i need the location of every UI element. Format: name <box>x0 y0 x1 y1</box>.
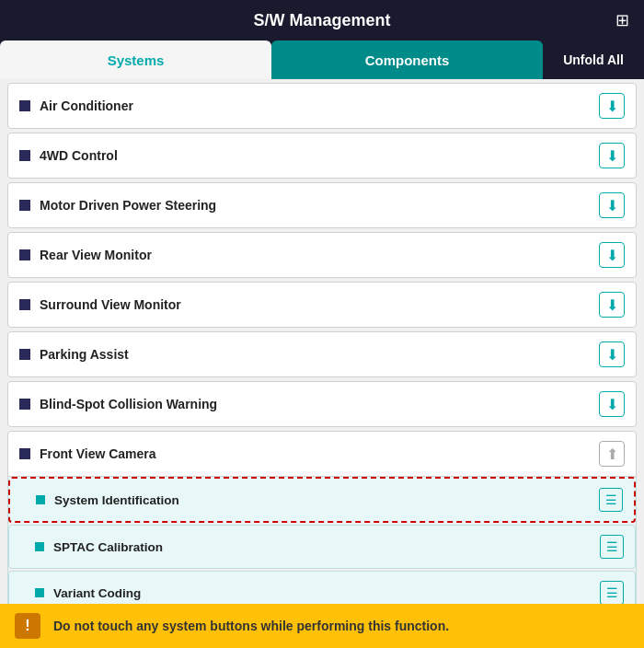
item-icon <box>19 249 30 260</box>
item-label: Motor Driven Power Steering <box>40 198 599 213</box>
item-label: Rear View Monitor <box>40 248 599 262</box>
sub-item-action-list[interactable]: ☰ <box>599 488 623 512</box>
sub-item-label: System Identification <box>54 493 599 507</box>
list-item-4wd-control[interactable]: 4WD Control⬇ <box>7 133 637 179</box>
item-action-download[interactable]: ⬇ <box>599 242 625 268</box>
group-front-view-camera: Front View Camera⬆System Identification☰… <box>7 431 637 604</box>
sub-item-variant-coding[interactable]: Variant Coding☰ <box>8 571 636 604</box>
item-label: Front View Camera <box>40 446 599 461</box>
sub-item-action-list[interactable]: ☰ <box>600 581 624 604</box>
footer: ! Do not touch any system buttons while … <box>0 604 644 648</box>
item-action-download[interactable]: ⬇ <box>599 292 625 318</box>
item-icon <box>19 200 30 211</box>
sub-item-icon <box>35 542 44 551</box>
content-area: Air Conditioner⬇4WD Control⬇Motor Driven… <box>0 79 644 604</box>
item-icon <box>19 399 30 410</box>
sub-item-icon <box>36 495 45 504</box>
sub-item-label: SPTAC Calibration <box>53 540 600 554</box>
item-action-download[interactable]: ⬇ <box>599 192 625 218</box>
sub-item-action-list[interactable]: ☰ <box>600 535 624 559</box>
item-icon <box>19 150 30 161</box>
item-icon <box>19 299 30 310</box>
unfold-all-button[interactable]: Unfold All <box>543 40 644 79</box>
item-label: 4WD Control <box>40 148 599 163</box>
sub-item-sptac-calibration[interactable]: SPTAC Calibration☰ <box>8 525 636 569</box>
item-label: Surround View Monitor <box>40 297 599 312</box>
list-item-blind-spot-collision-warning[interactable]: Blind-Spot Collision Warning⬇ <box>7 381 637 427</box>
item-icon <box>19 349 30 360</box>
list-item-surround-view-monitor[interactable]: Surround View Monitor⬇ <box>7 282 637 328</box>
grid-icon[interactable]: ⊞ <box>615 10 629 30</box>
item-action-download[interactable]: ⬇ <box>599 93 625 119</box>
list-item-motor-driven-power-steering[interactable]: Motor Driven Power Steering⬇ <box>7 182 637 228</box>
sub-items-container: System Identification☰SPTAC Calibration☰… <box>7 477 637 604</box>
sub-item-label: Variant Coding <box>53 586 600 600</box>
item-icon <box>19 100 30 111</box>
sub-item-system-identification[interactable]: System Identification☰ <box>8 477 636 523</box>
warning-icon: ! <box>15 613 40 639</box>
tab-bar: Systems Components Unfold All <box>0 40 644 79</box>
footer-text: Do not touch any system buttons while pe… <box>53 619 449 633</box>
item-label: Air Conditioner <box>40 98 599 113</box>
tab-systems[interactable]: Systems <box>0 40 271 79</box>
item-action-upload[interactable]: ⬆ <box>599 441 625 467</box>
item-action-download[interactable]: ⬇ <box>599 341 625 367</box>
item-icon <box>19 448 30 459</box>
header-title: S/W Management <box>253 11 390 30</box>
item-label: Parking Assist <box>40 347 599 362</box>
item-action-download[interactable]: ⬇ <box>599 143 625 168</box>
tab-components[interactable]: Components <box>271 40 543 79</box>
list-item-rear-view-monitor[interactable]: Rear View Monitor⬇ <box>7 232 637 278</box>
item-label: Blind-Spot Collision Warning <box>40 397 599 411</box>
sub-item-icon <box>35 588 44 597</box>
item-action-download[interactable]: ⬇ <box>599 391 625 417</box>
list-item-air-conditioner[interactable]: Air Conditioner⬇ <box>7 83 637 129</box>
list-item-front-view-camera[interactable]: Front View Camera⬆ <box>7 431 637 477</box>
list-item-parking-assist[interactable]: Parking Assist⬇ <box>7 331 637 377</box>
header: S/W Management ⊞ <box>0 0 644 40</box>
